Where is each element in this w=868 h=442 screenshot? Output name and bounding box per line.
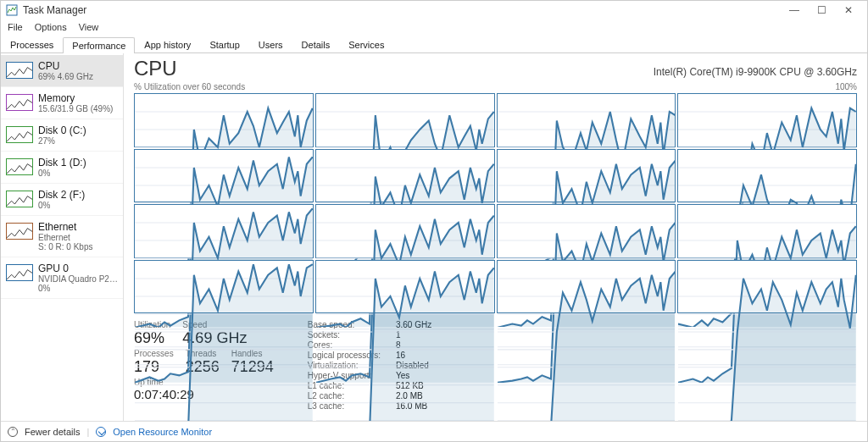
tab-processes[interactable]: Processes	[1, 36, 63, 52]
cpu-core-chart-2	[497, 93, 676, 147]
cpu-core-chart-12	[134, 260, 314, 314]
footer: ⌃ Fewer details | Open Resource Monitor	[1, 421, 867, 441]
sidebar-item-label: Ethernet	[38, 221, 92, 233]
sidebar-item-sublabel: 15.6/31.9 GB (49%)	[38, 104, 113, 113]
tab-performance[interactable]: Performance	[63, 37, 135, 53]
cpu-core-chart-8	[134, 204, 314, 258]
cpu-core-chart-9	[315, 204, 495, 258]
sidebar-item-ethernet[interactable]: EthernetEthernet S: 0 R: 0 Kbps	[1, 216, 123, 257]
sidebar-item-sublabel: 69% 4.69 GHz	[38, 72, 93, 81]
cpu-core-chart-14	[497, 260, 676, 314]
page-title: CPU	[134, 57, 177, 80]
cpu-core-chart-7	[677, 149, 857, 203]
tab-app-history[interactable]: App history	[135, 36, 200, 52]
sidebar-item-label: Disk 0 (C:)	[38, 124, 86, 136]
cpu-core-chart-11	[677, 204, 857, 258]
disk-thumbnail-icon	[6, 191, 33, 207]
sidebar: CPU69% 4.69 GHzMemory15.6/31.9 GB (49%)D…	[1, 53, 124, 421]
sidebar-item-sublabel: 27%	[38, 136, 86, 146]
cpu-core-chart-6	[497, 149, 676, 203]
titlebar: Task Manager — ☐ ✕	[1, 1, 867, 19]
close-button[interactable]: ✕	[835, 1, 862, 19]
tab-users[interactable]: Users	[249, 36, 292, 52]
sidebar-item-label: GPU 0	[38, 262, 118, 274]
sidebar-item-gpu-0[interactable]: GPU 0NVIDIA Quadro P2… 0%	[1, 257, 123, 299]
tab-details[interactable]: Details	[292, 36, 340, 52]
sidebar-item-sublabel: Ethernet S: 0 R: 0 Kbps	[38, 233, 92, 251]
sidebar-item-label: Disk 1 (D:)	[38, 157, 86, 169]
chart-subtitle: % Utilization over 60 seconds	[134, 82, 245, 91]
sidebar-item-sublabel: 0%	[38, 201, 85, 210]
svg-marker-130	[135, 264, 313, 421]
ethernet-thumbnail-icon	[6, 223, 33, 240]
tabstrip: Processes Performance App history Startu…	[1, 36, 867, 53]
chart-ymax: 100%	[835, 82, 857, 91]
cpu-core-chart-1	[315, 93, 495, 147]
svg-marker-140	[316, 268, 494, 421]
sidebar-item-cpu[interactable]: CPU69% 4.69 GHz	[1, 55, 123, 87]
app-icon	[6, 4, 18, 16]
tab-startup[interactable]: Startup	[200, 36, 248, 52]
menu-view[interactable]: View	[79, 22, 99, 32]
menu-file[interactable]: File	[8, 22, 23, 32]
gpu-thumbnail-icon	[6, 264, 33, 281]
maximize-button[interactable]: ☐	[808, 1, 835, 19]
cpu-core-chart-10	[497, 204, 676, 258]
cpu-core-chart-3	[677, 93, 857, 147]
sidebar-item-label: Memory	[38, 92, 113, 104]
minimize-button[interactable]: —	[781, 1, 808, 19]
sidebar-item-disk-2-f-[interactable]: Disk 2 (F:)0%	[1, 184, 123, 216]
sidebar-item-disk-0-c-[interactable]: Disk 0 (C:)27%	[1, 119, 123, 152]
resource-monitor-icon	[96, 427, 106, 437]
window-title: Task Manager	[23, 4, 781, 16]
content-pane: CPU Intel(R) Core(TM) i9-9900K CPU @ 3.6…	[124, 53, 867, 421]
chevron-up-icon[interactable]: ⌃	[8, 427, 18, 437]
sidebar-item-memory[interactable]: Memory15.6/31.9 GB (49%)	[1, 87, 123, 119]
cpu-core-chart-5	[315, 149, 495, 203]
svg-marker-160	[678, 274, 856, 421]
disk-thumbnail-icon	[6, 158, 33, 175]
cpu-core-chart-4	[134, 149, 314, 203]
sidebar-item-disk-1-d-[interactable]: Disk 1 (D:)0%	[1, 152, 123, 184]
sidebar-item-label: CPU	[38, 60, 93, 72]
disk-thumbnail-icon	[6, 126, 33, 143]
cpu-thumbnail-icon	[6, 62, 33, 79]
tab-services[interactable]: Services	[339, 36, 393, 52]
svg-marker-150	[498, 271, 676, 421]
sidebar-item-label: Disk 2 (F:)	[38, 189, 85, 201]
menubar: File Options View	[1, 19, 867, 35]
cpu-model: Intel(R) Core(TM) i9-9900K CPU @ 3.60GHz	[654, 66, 857, 78]
cpu-core-chart-0	[134, 93, 314, 147]
sidebar-item-sublabel: 0%	[38, 169, 86, 178]
open-resource-monitor-link[interactable]: Open Resource Monitor	[113, 427, 212, 437]
menu-options[interactable]: Options	[35, 22, 67, 32]
cpu-grid	[134, 93, 857, 313]
memory-thumbnail-icon	[6, 94, 33, 111]
cpu-core-chart-15	[677, 260, 857, 314]
cpu-core-chart-13	[315, 260, 495, 314]
fewer-details-link[interactable]: Fewer details	[25, 427, 80, 437]
sidebar-item-sublabel: NVIDIA Quadro P2… 0%	[38, 274, 118, 293]
